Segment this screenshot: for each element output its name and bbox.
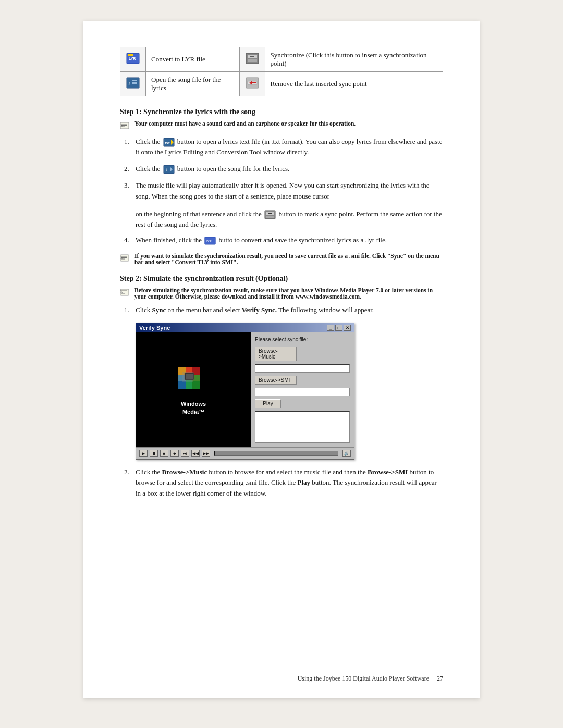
prev-control[interactable]: ◀◀ — [191, 450, 200, 457]
step2-heading: Step 2: Simulate the synchronization res… — [120, 275, 443, 283]
svg-rect-48 — [186, 374, 193, 379]
page-footer: Using the Joybee 150 Digital Audio Playe… — [120, 675, 443, 683]
svg-rect-1 — [128, 54, 133, 56]
footer-text: Using the Joybee 150 Digital Audio Playe… — [298, 675, 429, 683]
step1-heading: Step 1: Synchronize the lyrics with the … — [120, 108, 443, 116]
remove-sync-description: Remove the last inserted sync point — [265, 72, 443, 96]
table-row: ♪ Open the song file for the lyrics Remo… — [120, 72, 443, 96]
result-area — [255, 411, 350, 443]
step1-note1: Your computer must have a sound card and… — [120, 120, 443, 131]
browse-smi-btn[interactable]: Browse->SMI — [255, 376, 297, 385]
svg-text:LYR: LYR — [129, 57, 136, 60]
window-titlebar: Verify Sync _ □ ✕ — [136, 323, 354, 332]
stop-control[interactable]: ■ — [160, 450, 168, 457]
song-icon-cell: ♪ — [120, 72, 146, 96]
window-body: Windows Media™ Please select sync file: … — [136, 332, 354, 447]
svg-text:LYR: LYR — [206, 240, 212, 243]
lyr-description: Convert to LYR file — [146, 47, 240, 72]
svg-text:♪: ♪ — [128, 81, 131, 86]
step2-note: Before simulating the synchronization re… — [120, 287, 443, 300]
forward-control[interactable]: ⏭ — [181, 450, 189, 457]
sync-icon — [245, 53, 260, 64]
song-file-icon: ♪ — [126, 77, 140, 89]
svg-text:txt: txt — [165, 141, 170, 145]
play-control[interactable]: ▶ — [139, 450, 148, 457]
remove-sync-icon — [245, 77, 260, 89]
step3-continuation: on the beginning of that sentence and cl… — [120, 209, 443, 230]
note-icon-2 — [120, 253, 131, 264]
rewind-control[interactable]: ⏮ — [170, 450, 179, 457]
step1-list: 1. Click the txt button to open a lyrics… — [120, 137, 443, 202]
titlebar-buttons: _ □ ✕ — [327, 325, 351, 331]
media-controls-bar: ▶ ⏸ ■ ⏮ ⏭ ◀◀ ▶▶ 🔊 — [136, 447, 354, 459]
step1-list-item4: 4. When finished, click the LYR butto to… — [120, 235, 443, 245]
pause-control[interactable]: ⏸ — [150, 450, 158, 457]
list-item: 1. Click the txt button to open a lyrics… — [136, 137, 443, 157]
lyr-icon: LYR — [126, 53, 140, 64]
media-area: Windows Media™ — [136, 332, 251, 447]
close-button: ✕ — [344, 325, 351, 331]
step2-list: 1. Click Sync on the menu bar and select… — [120, 305, 443, 315]
svg-rect-9 — [132, 80, 137, 81]
verify-sync-window: Verify Sync _ □ ✕ — [136, 323, 354, 460]
svg-rect-28 — [266, 216, 274, 218]
progress-bar[interactable] — [214, 451, 338, 456]
list-item: 4. When finished, click the LYR butto to… — [136, 235, 443, 245]
wm-logo-svg — [175, 364, 212, 398]
list-item: 2. Click the ♪ button to open the song f… — [136, 164, 443, 174]
svg-rect-10 — [132, 82, 137, 84]
smi-file-input[interactable] — [255, 388, 350, 396]
play-btn[interactable]: Play — [255, 399, 281, 408]
next-control[interactable]: ▶▶ — [202, 450, 210, 457]
volume-control[interactable]: 🔊 — [342, 450, 351, 457]
reference-table: LYR Convert to LYR file Synchronize (Cli… — [120, 47, 443, 96]
lyr-icon-cell: LYR — [120, 47, 146, 72]
convert-lyr-icon: LYR — [204, 236, 216, 245]
window-title: Verify Sync — [139, 325, 170, 331]
mark-sync-icon — [264, 210, 276, 219]
browse-music-btn[interactable]: Browse->Music — [255, 347, 297, 361]
page-number: 27 — [437, 675, 443, 683]
remove-sync-icon-cell — [239, 72, 265, 96]
note-icon — [120, 121, 131, 131]
step1-note2: If you want to simulate the synchronizat… — [120, 253, 443, 265]
step2-list-2: 2. Click the Browse->Music button to bro… — [120, 467, 443, 498]
media-text: Windows Media™ — [175, 400, 212, 415]
sync-file-label: Please select sync file: — [255, 337, 350, 342]
list-item: 2. Click the Browse->Music button to bro… — [136, 467, 443, 498]
windows-media-logo: Windows Media™ — [175, 364, 212, 415]
open-txt-icon: txt — [163, 138, 175, 147]
page: LYR Convert to LYR file Synchronize (Cli… — [83, 21, 480, 698]
minimize-button: _ — [327, 325, 334, 331]
sync-description: Synchronize (Click this button to insert… — [265, 47, 443, 72]
svg-text:♪: ♪ — [165, 167, 168, 172]
maximize-button: □ — [335, 325, 342, 331]
note-icon-3 — [120, 288, 131, 298]
svg-rect-5 — [248, 59, 257, 62]
list-item: 1. Click Sync on the menu bar and select… — [136, 305, 443, 315]
music-file-input[interactable] — [255, 364, 350, 373]
song-description: Open the song file for the lyrics — [146, 72, 240, 96]
list-item: 3. The music file will play automaticall… — [136, 180, 443, 201]
controls-panel: Please select sync file: Browse->Music B… — [251, 332, 354, 447]
table-row: LYR Convert to LYR file Synchronize (Cli… — [120, 47, 443, 72]
sync-icon-cell — [239, 47, 265, 72]
open-song-icon: ♪ — [163, 165, 175, 174]
